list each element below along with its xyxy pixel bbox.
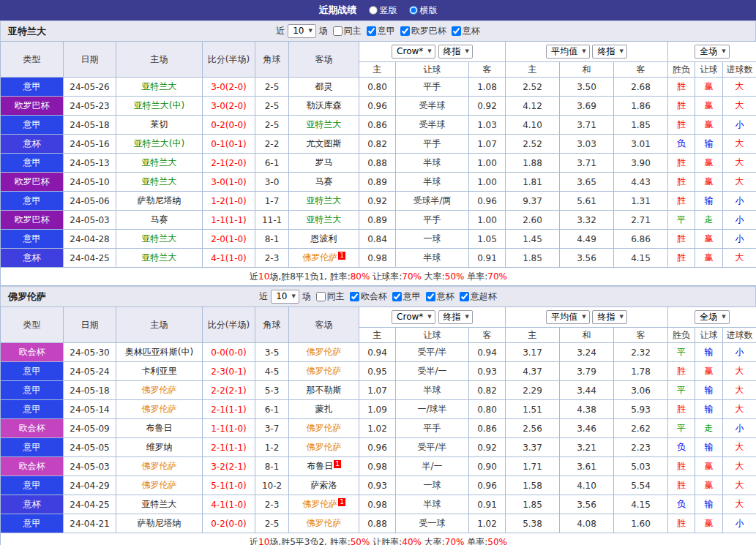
asian-odds-away: 0.92 — [469, 438, 506, 457]
radio-input-horizontal[interactable] — [409, 6, 418, 15]
away-team-cell: 都灵 — [289, 78, 359, 97]
filter-checkbox-欧会杯[interactable]: 欧会杯 — [350, 290, 387, 303]
league-badge: 意甲 — [1, 230, 64, 249]
result-outcome: 胜 — [668, 192, 695, 211]
corner-score: 2-2 — [255, 135, 289, 154]
euro-odds-time-select[interactable]: 终指▼ — [592, 310, 626, 324]
result-handicap: 赢 — [695, 97, 723, 116]
euro-odds-draw: 3.50 — [560, 78, 614, 97]
checkbox-input[interactable] — [426, 292, 435, 301]
team-name: 马赛 — [151, 214, 168, 225]
home-team-cell: 亚特兰大 — [116, 173, 203, 192]
euro-odds-home: 2.52 — [506, 135, 560, 154]
checkbox-input[interactable] — [452, 26, 461, 36]
asia-odds-time-select[interactable]: 终指▼ — [438, 310, 473, 324]
match-count-select[interactable]: 10▼ — [271, 290, 299, 304]
euro-odds-time-select[interactable]: 终指▼ — [592, 45, 626, 59]
score: 2-1(1-1) — [203, 400, 255, 419]
result-scope-select[interactable]: 全场▼ — [695, 310, 729, 324]
filter-checkbox-意甲[interactable]: 意甲 — [367, 25, 395, 37]
layout-radio-vertical[interactable]: 竖版 — [369, 4, 397, 17]
filter-near-label: 近 — [259, 290, 268, 303]
filter-checkbox-欧罗巴杯[interactable]: 欧罗巴杯 — [400, 25, 446, 37]
chevron-down-icon: ▼ — [465, 312, 469, 323]
handicap-line: 半/一 — [396, 457, 469, 476]
radio-input-vertical[interactable] — [369, 6, 378, 15]
summary-part: 10 — [258, 271, 269, 282]
filter-checkbox-同主[interactable]: 同主 — [316, 290, 345, 303]
col-header-corner: 角球 — [255, 42, 289, 78]
score: 3-0(2-0) — [203, 97, 255, 116]
match-date: 24-04-25 — [64, 249, 116, 268]
checkbox-input[interactable] — [316, 292, 326, 301]
euro-odds-home: 1.45 — [506, 230, 560, 249]
team-name-heading: 佛罗伦萨 — [8, 290, 46, 304]
match-row: 意甲24-05-26亚特兰大3-0(2-0)2-5都灵0.80平手1.082.5… — [1, 78, 756, 97]
result-outcome: 胜 — [668, 154, 695, 173]
asian-odds-home: 1.02 — [359, 419, 396, 438]
euro-odds-home: 1.58 — [506, 476, 560, 495]
col-header-result-goals: 进球数 — [723, 62, 756, 78]
corner-score: 5-3 — [255, 381, 289, 400]
result-goals: 小 — [723, 419, 756, 438]
chevron-down-icon: ▼ — [582, 312, 585, 323]
filter-checkbox-意甲[interactable]: 意甲 — [392, 290, 421, 303]
euro-odds-away: 2.71 — [614, 211, 668, 230]
filter-checkbox-同主[interactable]: 同主 — [333, 25, 362, 37]
euro-odds-away: 2.32 — [614, 343, 668, 362]
result-outcome: 负 — [668, 438, 695, 457]
bookmaker-select[interactable]: Crow*▼ — [392, 310, 435, 324]
result-handicap: 赢 — [695, 457, 723, 476]
away-team-cell: 罗马 — [289, 154, 359, 173]
checkbox-input[interactable] — [400, 26, 410, 36]
team-name: 佛罗伦萨 — [302, 252, 337, 263]
filter-checkbox-意杯[interactable]: 意杯 — [452, 25, 480, 37]
checkbox-input[interactable] — [333, 26, 343, 36]
result-scope-select[interactable]: 全场▼ — [695, 45, 729, 59]
result-handicap: 赢 — [695, 362, 723, 381]
corner-score: 3-5 — [255, 343, 289, 362]
checkbox-input[interactable] — [367, 26, 376, 36]
score: 0-0(0-0) — [203, 343, 255, 362]
home-team-cell: 亚特兰大(中) — [116, 135, 203, 154]
team-name: 亚特兰大 — [142, 157, 177, 168]
col-header-type: 类型 — [1, 42, 64, 78]
result-handicap: 赢 — [695, 154, 723, 173]
result-goals: 大 — [723, 381, 756, 400]
asia-odds-time-select[interactable]: 终指▼ — [438, 45, 473, 59]
checkbox-input[interactable] — [350, 292, 359, 301]
away-team-cell: 佛罗伦萨1 — [289, 495, 359, 514]
filter-checkbox-意超杯[interactable]: 意超杯 — [460, 290, 497, 303]
col-header-result-goals: 进球数 — [723, 328, 756, 343]
filter-checkbox-意杯[interactable]: 意杯 — [426, 290, 454, 303]
bookmaker-select[interactable]: Crow*▼ — [392, 45, 435, 59]
checkbox-input[interactable] — [460, 292, 469, 301]
result-outcome: 胜 — [668, 457, 695, 476]
score: 2-2(2-1) — [203, 381, 255, 400]
away-team-cell: 萨索洛 — [289, 476, 359, 495]
euro-odds-away: 4.15 — [614, 249, 668, 268]
result-handicap: 赢 — [695, 78, 723, 97]
handicap-line: 平手 — [396, 135, 469, 154]
euro-odds-source-select[interactable]: 平均值▼ — [546, 45, 589, 59]
summary-part: 让球率: — [370, 271, 402, 282]
team-name: 佛罗伦萨 — [307, 423, 342, 433]
match-count-select[interactable]: 10▼ — [288, 24, 316, 38]
asian-odds-away: 1.07 — [469, 135, 506, 154]
team-name: 亚特兰大 — [142, 176, 177, 187]
checkbox-input[interactable] — [392, 292, 402, 301]
layout-radio-horizontal[interactable]: 横版 — [409, 4, 438, 17]
col-header-date: 日期 — [64, 42, 116, 78]
euro-odds-source-select[interactable]: 平均值▼ — [546, 310, 589, 324]
team-name: 布鲁日 — [146, 423, 173, 433]
match-date: 24-05-18 — [64, 381, 116, 400]
score: 2-0(1-0) — [203, 230, 255, 249]
match-row: 欧会杯24-05-09布鲁日1-1(1-0)3-7佛罗伦萨1.02平手0.862… — [1, 419, 756, 438]
euro-odds-draw: 4.49 — [560, 230, 614, 249]
league-badge: 意甲 — [1, 78, 64, 97]
team-name: 佛罗伦萨 — [142, 385, 177, 395]
topbar: 近期战绩 竖版 横版 — [0, 0, 756, 20]
result-outcome: 胜 — [668, 476, 695, 495]
euro-odds-home: 5.38 — [506, 514, 560, 533]
col-header-asia-away: 客 — [469, 328, 506, 343]
